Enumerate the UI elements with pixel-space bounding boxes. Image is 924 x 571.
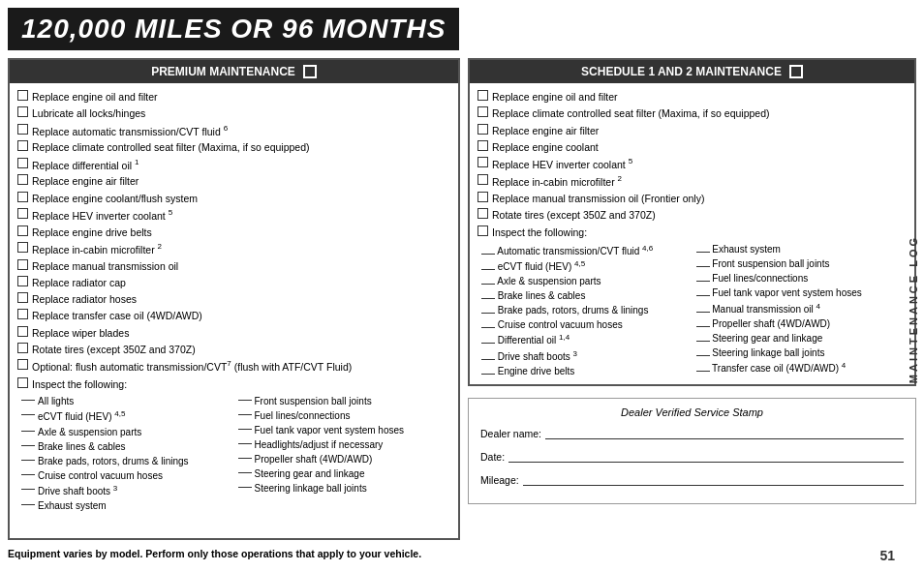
inspect-col-right: Exhaust system Front suspension ball joi… [696,242,908,377]
dash-line [238,429,252,430]
dash-line [21,489,35,490]
schedule-panel-header: SCHEDULE 1 AND 2 MAINTENANCE [470,60,914,83]
checkbox-icon [17,377,28,388]
dash-line [481,298,495,299]
list-item: Fuel tank vapor vent system hoses [696,286,908,300]
dash-line [21,400,35,401]
footer-text: Equipment varies by model. Perform only … [8,548,421,559]
dash-line [696,355,710,356]
dash-line [696,266,710,267]
schedule-panel-body: Replace engine oil and filter Replace cl… [470,83,914,384]
dash-line [238,414,252,415]
checkbox-icon [477,174,488,185]
footer-note: Equipment varies by model. Perform only … [0,544,924,563]
list-item: eCVT fluid (HEV) 4,5 [21,408,234,424]
list-item: Steering linkage ball joints [696,346,908,360]
list-item: Replace engine oil and filter [17,89,450,105]
dash-line [21,414,35,415]
dash-line [481,343,495,344]
list-item: Automatic transmission/CVT fluid 4,6 [481,242,693,257]
dash-line [481,313,495,314]
dash-line [238,443,252,444]
dash-line [696,312,710,313]
dash-line [481,269,495,270]
checkbox-icon [17,276,28,286]
sidebar-label: MAINTENANCE LOG [908,235,919,383]
list-item: Replace differential oil 1 [17,157,450,173]
list-item: Differential oil 1,4 [481,332,693,347]
checkbox-icon [477,124,488,135]
dash-line [696,326,710,327]
list-item: Replace HEV inverter coolant 5 [17,207,450,224]
dash-line [481,374,495,375]
checkbox-icon [477,106,488,117]
dash-line [21,504,35,505]
inspect-list-schedule: Automatic transmission/CVT fluid 4,6 eCV… [481,242,907,377]
right-panel: SCHEDULE 1 AND 2 MAINTENANCE Replace eng… [468,58,916,540]
list-item: Front suspension ball joints [238,394,451,408]
page-header: 120,000 MILES OR 96 MONTHS [8,8,459,50]
dash-line [238,472,252,473]
list-item: Replace wiper blades [17,325,450,341]
dash-line [481,327,495,328]
list-item: Drive shaft boots 3 [481,347,693,363]
list-item: Brake lines & cables [481,288,693,303]
list-item: Replace climate controlled seat filter (… [17,139,450,155]
dash-line [696,252,710,253]
checkbox-icon [17,140,28,151]
checkbox-icon [17,343,28,353]
list-item: Brake pads, rotors, drums & linings [481,303,693,317]
header-square-icon [789,65,803,78]
list-item: Manual transmission oil 4 [696,300,908,316]
checkbox-icon [17,124,28,135]
list-item: Replace HEV inverter coolant 5 [477,156,907,172]
dash-line [696,281,710,282]
list-item: Rotate tires (except 350Z and 370Z) [17,342,450,357]
list-item: Fuel tank vapor vent system hoses [238,423,451,437]
list-item: Steering gear and linkage [238,466,451,481]
list-item: Lubricate all locks/hinges [17,105,450,121]
checkbox-icon [17,309,28,319]
page-title: 120,000 MILES OR 96 MONTHS [21,14,446,45]
header-square-icon [303,65,317,78]
list-item: Replace in-cabin microfilter 2 [17,241,450,257]
list-item: Replace manual transmission oil (Frontie… [477,191,907,206]
premium-panel: PREMIUM MAINTENANCE Replace engine oil a… [8,58,460,540]
checkbox-icon [17,106,28,117]
list-item: Propeller shaft (4WD/AWD) [238,452,451,466]
sidebar: MAINTENANCE LOG [903,48,924,571]
list-item: Replace engine air filter [477,123,907,138]
list-item: Brake pads, rotors, drums & linings [21,454,234,468]
list-item: Exhaust system [21,498,234,513]
list-item: Axle & suspension parts [481,274,693,288]
list-item: Fuel lines/connections [238,408,451,423]
list-item: Brake lines & cables [21,439,234,454]
list-item: Transfer case oil (4WD/AWD) 4 [696,360,908,376]
premium-title: PREMIUM MAINTENANCE [151,65,295,78]
checkbox-icon [477,140,488,151]
dash-line [238,400,252,401]
inspect-list: All lights eCVT fluid (HEV) 4,5 Axle & s… [21,394,450,513]
list-item: Replace in-cabin microfilter 2 [477,173,907,190]
list-item: Replace radiator hoses [17,291,450,307]
checkbox-icon [477,225,488,236]
checkbox-icon [17,174,28,185]
main-content: PREMIUM MAINTENANCE Replace engine oil a… [0,50,924,544]
list-item: Headlights/adjust if necessary [238,437,451,452]
dash-line [238,487,252,488]
dash-line [238,458,252,459]
checkbox-icon [17,242,28,253]
list-item: Engine drive belts [481,364,693,378]
inspect-col-right: Front suspension ball joints Fuel lines/… [238,394,451,513]
checkbox-icon [17,208,28,219]
checkbox-icon [477,157,488,167]
list-item: Optional: flush automatic transmission/C… [17,358,450,375]
list-item: Propeller shaft (4WD/AWD) [696,316,908,331]
list-item: Replace radiator cap [17,275,450,290]
dash-line [696,295,710,296]
list-item: Replace automatic transmission/CVT fluid… [17,123,450,139]
list-item: Cruise control vacuum hoses [21,468,234,483]
dash-line [21,431,35,432]
list-item: Rotate tires (except 350Z and 370Z) [477,207,907,223]
list-item: Replace engine coolant [477,139,907,155]
